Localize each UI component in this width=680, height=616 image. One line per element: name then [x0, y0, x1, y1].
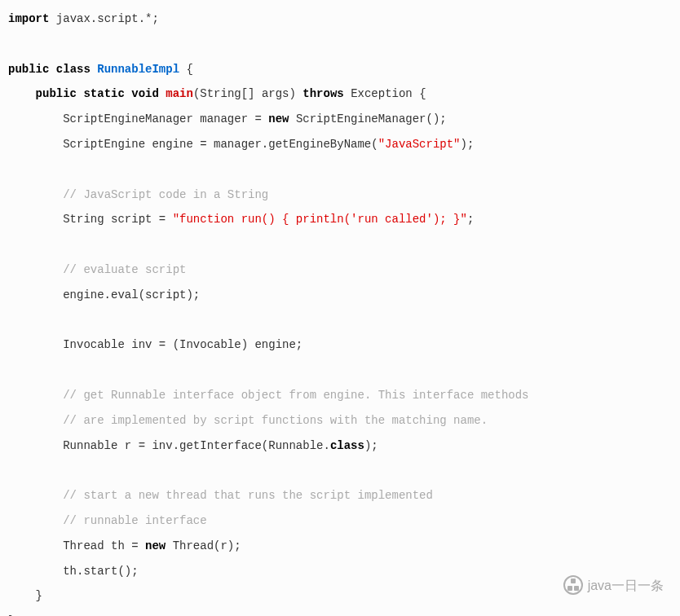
- code-line: [8, 308, 672, 333]
- code-line: ScriptEngine engine = manager.getEngineB…: [8, 132, 672, 157]
- code-line: // are implemented by script functions w…: [8, 408, 672, 433]
- code-line: // get Runnable interface object from en…: [8, 383, 672, 408]
- code-line: String script = "function run() { printl…: [8, 207, 672, 232]
- code-line: // JavaScript code in a String: [8, 183, 672, 208]
- code-line: public class RunnableImpl {: [8, 57, 672, 82]
- code-line: engine.eval(script);: [8, 283, 672, 308]
- code-line: }: [8, 583, 672, 609]
- code-line: Invocable inv = (Invocable) engine;: [8, 332, 672, 358]
- code-line: [8, 157, 672, 183]
- code-block: import javax.script.*; public class Runn…: [8, 7, 672, 616]
- code-line: import javax.script.*;: [8, 7, 672, 32]
- code-line: [8, 32, 672, 57]
- code-line: th.start();: [8, 559, 672, 584]
- code-line: }: [8, 609, 672, 616]
- code-line: Runnable r = inv.getInterface(Runnable.c…: [8, 433, 672, 459]
- code-line: [8, 458, 672, 483]
- code-line: [8, 232, 672, 257]
- code-line: ScriptEngineManager manager = new Script…: [8, 107, 672, 132]
- code-line: Thread th = new Thread(r);: [8, 534, 672, 559]
- code-line: public static void main(String[] args) t…: [8, 81, 672, 107]
- code-line: [8, 358, 672, 383]
- code-line: // start a new thread that runs the scri…: [8, 483, 672, 508]
- code-line: // runnable interface: [8, 508, 672, 534]
- code-line: // evaluate script: [8, 257, 672, 283]
